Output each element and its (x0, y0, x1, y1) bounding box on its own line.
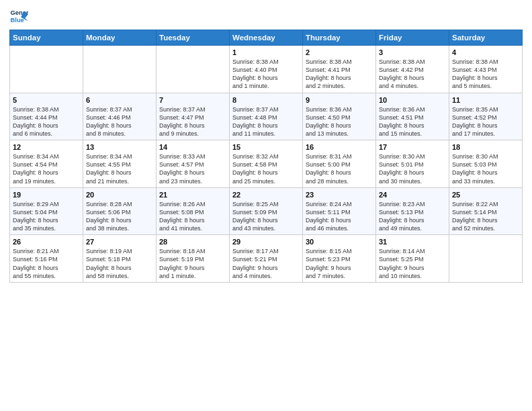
day-number: 10 (379, 96, 446, 104)
day-number: 26 (13, 238, 80, 246)
day-number: 9 (306, 96, 373, 104)
day-cell: 8Sunrise: 8:37 AM Sunset: 4:48 PM Daylig… (230, 93, 303, 140)
day-cell: 11Sunrise: 8:35 AM Sunset: 4:52 PM Dayli… (449, 93, 523, 140)
week-row-2: 5Sunrise: 8:38 AM Sunset: 4:44 PM Daylig… (10, 93, 523, 140)
day-number: 28 (159, 238, 226, 246)
svg-text:Blue: Blue (11, 17, 24, 24)
day-cell: 31Sunrise: 8:14 AM Sunset: 5:25 PM Dayli… (376, 235, 449, 283)
day-cell: 24Sunrise: 8:23 AM Sunset: 5:13 PM Dayli… (376, 187, 449, 235)
day-info: Sunrise: 8:25 AM Sunset: 5:09 PM Dayligh… (232, 200, 300, 233)
day-number: 27 (86, 238, 153, 246)
day-cell: 6Sunrise: 8:37 AM Sunset: 4:46 PM Daylig… (83, 93, 157, 140)
day-cell (449, 235, 523, 283)
day-number: 5 (13, 96, 80, 104)
day-cell: 5Sunrise: 8:38 AM Sunset: 4:44 PM Daylig… (10, 93, 83, 140)
day-info: Sunrise: 8:38 AM Sunset: 4:43 PM Dayligh… (452, 58, 519, 91)
day-info: Sunrise: 8:38 AM Sunset: 4:40 PM Dayligh… (232, 58, 300, 91)
week-row-3: 12Sunrise: 8:34 AM Sunset: 4:54 PM Dayli… (10, 140, 523, 188)
day-info: Sunrise: 8:18 AM Sunset: 5:19 PM Dayligh… (159, 247, 226, 280)
day-cell: 12Sunrise: 8:34 AM Sunset: 4:54 PM Dayli… (10, 140, 83, 188)
weekday-header-saturday: Saturday (449, 30, 523, 46)
day-number: 20 (86, 191, 153, 199)
day-cell: 10Sunrise: 8:36 AM Sunset: 4:51 PM Dayli… (376, 93, 449, 140)
day-info: Sunrise: 8:22 AM Sunset: 5:14 PM Dayligh… (452, 200, 519, 233)
week-row-5: 26Sunrise: 8:21 AM Sunset: 5:16 PM Dayli… (10, 235, 523, 283)
day-cell: 4Sunrise: 8:38 AM Sunset: 4:43 PM Daylig… (449, 46, 523, 93)
weekday-header-row: SundayMondayTuesdayWednesdayThursdayFrid… (10, 30, 523, 46)
day-cell: 25Sunrise: 8:22 AM Sunset: 5:14 PM Dayli… (449, 187, 523, 235)
day-info: Sunrise: 8:26 AM Sunset: 5:08 PM Dayligh… (159, 200, 226, 233)
week-row-4: 19Sunrise: 8:29 AM Sunset: 5:04 PM Dayli… (10, 187, 523, 235)
day-number: 11 (452, 96, 519, 104)
day-info: Sunrise: 8:37 AM Sunset: 4:46 PM Dayligh… (86, 105, 153, 138)
day-cell: 26Sunrise: 8:21 AM Sunset: 5:16 PM Dayli… (10, 235, 83, 283)
day-number: 16 (306, 143, 373, 151)
day-number: 14 (159, 143, 226, 151)
day-info: Sunrise: 8:36 AM Sunset: 4:51 PM Dayligh… (379, 105, 446, 138)
day-info: Sunrise: 8:38 AM Sunset: 4:41 PM Dayligh… (306, 58, 373, 91)
day-cell: 14Sunrise: 8:33 AM Sunset: 4:57 PM Dayli… (157, 140, 230, 188)
day-cell: 13Sunrise: 8:34 AM Sunset: 4:55 PM Dayli… (83, 140, 157, 188)
day-cell: 3Sunrise: 8:38 AM Sunset: 4:42 PM Daylig… (376, 46, 449, 93)
day-cell: 19Sunrise: 8:29 AM Sunset: 5:04 PM Dayli… (10, 187, 83, 235)
day-cell: 22Sunrise: 8:25 AM Sunset: 5:09 PM Dayli… (230, 187, 303, 235)
day-number: 13 (86, 143, 153, 151)
day-number: 3 (379, 48, 446, 56)
day-number: 4 (452, 48, 519, 56)
day-cell: 28Sunrise: 8:18 AM Sunset: 5:19 PM Dayli… (157, 235, 230, 283)
day-number: 19 (13, 191, 80, 199)
day-info: Sunrise: 8:15 AM Sunset: 5:23 PM Dayligh… (306, 247, 373, 280)
calendar-page: General Blue SundayMondayTuesdayWednesda… (0, 0, 532, 411)
day-number: 12 (13, 143, 80, 151)
weekday-header-sunday: Sunday (10, 30, 83, 46)
day-info: Sunrise: 8:33 AM Sunset: 4:57 PM Dayligh… (159, 152, 226, 185)
day-info: Sunrise: 8:14 AM Sunset: 5:25 PM Dayligh… (379, 247, 446, 280)
day-number: 15 (232, 143, 300, 151)
day-cell: 20Sunrise: 8:28 AM Sunset: 5:06 PM Dayli… (83, 187, 157, 235)
weekday-header-thursday: Thursday (303, 30, 376, 46)
day-info: Sunrise: 8:34 AM Sunset: 4:54 PM Dayligh… (13, 152, 80, 185)
day-cell: 27Sunrise: 8:19 AM Sunset: 5:18 PM Dayli… (83, 235, 157, 283)
day-cell: 23Sunrise: 8:24 AM Sunset: 5:11 PM Dayli… (303, 187, 376, 235)
day-cell: 17Sunrise: 8:30 AM Sunset: 5:01 PM Dayli… (376, 140, 449, 188)
day-cell: 16Sunrise: 8:31 AM Sunset: 5:00 PM Dayli… (303, 140, 376, 188)
day-number: 8 (232, 96, 300, 104)
day-cell (157, 46, 230, 93)
day-number: 6 (86, 96, 153, 104)
day-number: 29 (232, 238, 300, 246)
day-info: Sunrise: 8:30 AM Sunset: 5:03 PM Dayligh… (452, 152, 519, 185)
day-cell: 7Sunrise: 8:37 AM Sunset: 4:47 PM Daylig… (157, 93, 230, 140)
weekday-header-tuesday: Tuesday (157, 30, 230, 46)
day-info: Sunrise: 8:21 AM Sunset: 5:16 PM Dayligh… (13, 247, 80, 280)
day-number: 2 (306, 48, 373, 56)
day-number: 18 (452, 143, 519, 151)
day-number: 31 (379, 238, 446, 246)
day-cell: 30Sunrise: 8:15 AM Sunset: 5:23 PM Dayli… (303, 235, 376, 283)
day-info: Sunrise: 8:35 AM Sunset: 4:52 PM Dayligh… (452, 105, 519, 138)
logo: General Blue (9, 7, 31, 26)
day-number: 17 (379, 143, 446, 151)
day-info: Sunrise: 8:34 AM Sunset: 4:55 PM Dayligh… (86, 152, 153, 185)
day-cell: 21Sunrise: 8:26 AM Sunset: 5:08 PM Dayli… (157, 187, 230, 235)
day-cell: 9Sunrise: 8:36 AM Sunset: 4:50 PM Daylig… (303, 93, 376, 140)
day-info: Sunrise: 8:19 AM Sunset: 5:18 PM Dayligh… (86, 247, 153, 280)
day-info: Sunrise: 8:30 AM Sunset: 5:01 PM Dayligh… (379, 152, 446, 185)
header: General Blue (9, 7, 523, 26)
day-info: Sunrise: 8:17 AM Sunset: 5:21 PM Dayligh… (232, 247, 300, 280)
day-cell (83, 46, 157, 93)
day-number: 1 (232, 48, 300, 56)
day-info: Sunrise: 8:23 AM Sunset: 5:13 PM Dayligh… (379, 200, 446, 233)
weekday-header-monday: Monday (83, 30, 157, 46)
week-row-1: 1Sunrise: 8:38 AM Sunset: 4:40 PM Daylig… (10, 46, 523, 93)
day-cell (10, 46, 83, 93)
day-cell: 1Sunrise: 8:38 AM Sunset: 4:40 PM Daylig… (230, 46, 303, 93)
logo-icon: General Blue (9, 7, 28, 26)
day-number: 7 (159, 96, 226, 104)
day-number: 25 (452, 191, 519, 199)
day-number: 24 (379, 191, 446, 199)
day-number: 22 (232, 191, 300, 199)
day-cell: 2Sunrise: 8:38 AM Sunset: 4:41 PM Daylig… (303, 46, 376, 93)
weekday-header-friday: Friday (376, 30, 449, 46)
day-info: Sunrise: 8:37 AM Sunset: 4:48 PM Dayligh… (232, 105, 300, 138)
weekday-header-wednesday: Wednesday (230, 30, 303, 46)
